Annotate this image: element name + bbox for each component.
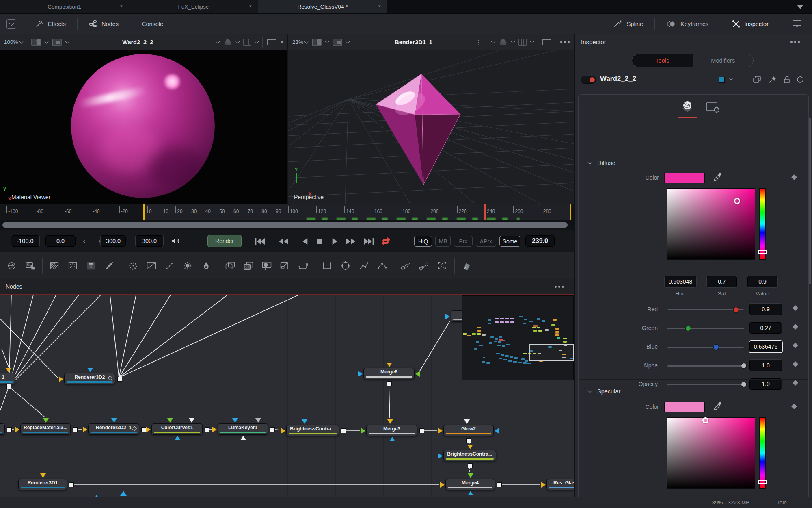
green-field[interactable]: 0.27 (749, 322, 782, 334)
node-output[interactable] (419, 428, 424, 433)
toggle-some[interactable]: Some (499, 236, 520, 247)
toggle-hiq[interactable]: HiQ (414, 236, 432, 247)
node-output[interactable] (387, 381, 392, 386)
keyframe-icon[interactable] (793, 324, 798, 330)
toggle-prx[interactable]: Prx (454, 236, 473, 247)
chevron-down-icon[interactable] (65, 39, 69, 43)
tool-rectangle-mask-button[interactable] (321, 260, 334, 271)
tool-io-button[interactable] (6, 260, 19, 271)
lock-icon[interactable] (782, 75, 792, 84)
console-button[interactable]: Console (138, 18, 167, 30)
node-input-bottom[interactable] (175, 436, 180, 440)
node-input-bottom[interactable] (240, 436, 246, 440)
tab-tools[interactable]: Tools (632, 54, 693, 67)
split-ab-icon[interactable] (312, 39, 322, 46)
panel-toggle-button[interactable] (6, 19, 16, 29)
render-button[interactable]: Render (207, 235, 242, 247)
keyframe-icon[interactable] (793, 343, 798, 348)
node-Merge4[interactable]: Merge4 (445, 479, 495, 490)
keyframe-icon[interactable] (793, 380, 798, 386)
composition-tab-3[interactable]: Resolve_GlassV04 *× (258, 0, 387, 13)
tool-underlay-button[interactable] (24, 260, 37, 271)
tool-particle-emitter-button[interactable] (400, 260, 412, 271)
step-back-button[interactable]: ‹ (78, 235, 90, 247)
tool-particles-button[interactable] (127, 260, 140, 271)
node-input-top[interactable] (468, 473, 473, 478)
material-tab-icon[interactable] (679, 100, 695, 114)
node-input-bottom[interactable] (468, 491, 473, 495)
opacity-slider-knob[interactable] (741, 382, 747, 387)
hue-marker[interactable] (758, 250, 767, 254)
node-Res_GlassV0[interactable]: Res_GlassV0... (546, 479, 574, 490)
close-icon[interactable]: × (120, 3, 123, 9)
node-graph[interactable]: 1Renderer3D2ReplaceMaterial3...Renderer3… (0, 294, 574, 497)
frame-icon[interactable] (267, 39, 276, 46)
color-wheels-icon[interactable] (223, 38, 232, 46)
specular-color-swatch[interactable] (664, 402, 705, 412)
node-output[interactable] (141, 427, 146, 432)
stop-button[interactable] (313, 237, 327, 246)
node-input-left[interactable] (281, 428, 285, 434)
node-input-top[interactable] (189, 418, 194, 423)
node-input-top[interactable] (6, 368, 11, 372)
node-input-left[interactable] (59, 376, 63, 382)
node-Renderer3D2_1[interactable]: Renderer3D2_1 (88, 423, 139, 435)
grid-icon[interactable] (518, 39, 527, 46)
red-field[interactable]: 0.9 (749, 304, 782, 315)
tool-particle-direction-button[interactable] (418, 260, 431, 271)
chevron-down-icon[interactable] (729, 76, 733, 80)
node-input-top[interactable] (232, 418, 238, 423)
green-slider[interactable] (667, 328, 744, 329)
loop-button[interactable] (378, 237, 393, 246)
node-input-top[interactable] (387, 363, 392, 367)
more-icon[interactable] (555, 286, 564, 288)
render-end-field[interactable]: 300.0 (101, 235, 126, 247)
node-graph-minimap[interactable] (462, 295, 574, 380)
chevron-down-icon[interactable] (236, 39, 240, 43)
timeline-scrollbar[interactable] (0, 220, 574, 230)
tool-particle-image-button[interactable] (436, 260, 449, 271)
diffuse-hue-field[interactable]: 0.903048 (665, 276, 696, 287)
node-input-left[interactable] (445, 314, 450, 319)
diffuse-color-swatch[interactable] (664, 173, 705, 183)
composition-tab-1[interactable]: Composition1× (0, 0, 129, 13)
node-Merge3[interactable]: Merge3 (366, 425, 417, 436)
node-tile-color-swatch[interactable] (719, 77, 725, 83)
node-input-left[interactable] (438, 428, 443, 434)
node-input-right[interactable] (495, 428, 499, 434)
node-input-top[interactable] (87, 368, 93, 372)
grid-icon[interactable] (243, 39, 251, 46)
node-input-top[interactable] (467, 445, 473, 449)
keyframe-icon[interactable] (793, 361, 798, 367)
node-Renderer3D1[interactable]: Renderer3D1 (18, 479, 67, 490)
diffuse-value-field[interactable]: 0.9 (747, 276, 777, 287)
tool-transform-button[interactable] (297, 260, 310, 271)
chevron-down-icon[interactable] (255, 39, 259, 43)
range-start-marker[interactable] (143, 204, 145, 220)
tab-modifiers[interactable]: Modifiers (693, 54, 754, 67)
play-reverse-button[interactable] (298, 237, 313, 246)
versions-icon[interactable] (752, 75, 762, 84)
chevron-down-icon[interactable] (511, 39, 515, 43)
current-frame-field[interactable]: 239.0 (525, 235, 555, 247)
node-output[interactable] (205, 427, 209, 432)
node-output[interactable] (341, 428, 346, 433)
tool-paint-button[interactable] (103, 260, 116, 271)
tool-matte-control-button[interactable] (242, 260, 255, 271)
nodes-button[interactable]: Nodes (85, 17, 123, 30)
node-input-top[interactable] (255, 418, 261, 423)
blue-slider[interactable] (667, 347, 744, 348)
global-end-field[interactable]: 300.0 (136, 235, 163, 247)
eyedropper-icon[interactable] (713, 401, 723, 412)
node-output[interactable] (6, 384, 11, 389)
close-icon[interactable]: × (378, 3, 381, 9)
node-input-left[interactable] (361, 428, 365, 434)
chevron-down-icon[interactable] (346, 39, 350, 43)
chevron-down-icon[interactable] (216, 39, 220, 43)
node-Renderer3D2[interactable]: Renderer3D2 (64, 373, 115, 384)
audio-button[interactable] (171, 237, 182, 247)
node-output[interactable] (7, 427, 12, 432)
keyframe-icon[interactable] (791, 404, 797, 409)
global-start-field[interactable]: -100.0 (11, 235, 39, 247)
tool-hue-curves-button[interactable] (200, 260, 213, 271)
